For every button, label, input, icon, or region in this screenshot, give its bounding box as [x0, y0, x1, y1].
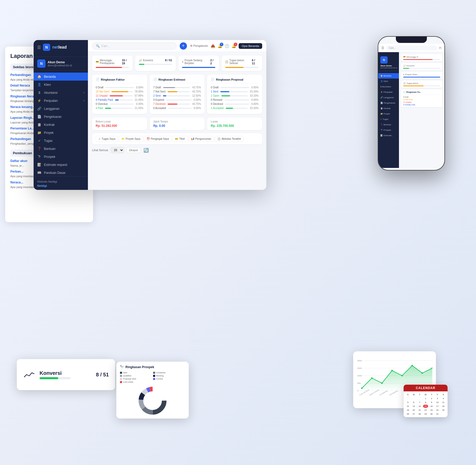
- cal-day-23[interactable]: 23: [429, 408, 434, 412]
- phone-nav-pengeluaran[interactable]: 📄 Pengeluaran: [378, 100, 399, 106]
- cal-day-19[interactable]: 19: [405, 408, 411, 412]
- cal-day-15-today[interactable]: 15: [423, 405, 428, 408]
- fin-value-lunas: Rp. 235.700.500: [211, 124, 259, 128]
- phone-nav-prospek[interactable]: 🔭 Prospek: [378, 127, 399, 133]
- lihat-semua-link[interactable]: Lihat Semua: [92, 149, 108, 152]
- phone-nav-bantuan[interactable]: ❓ Bantuan: [378, 122, 399, 127]
- hamburger-icon[interactable]: ☰: [37, 45, 41, 50]
- tab-aktivitas[interactable]: 📋 Aktivitas Terakhir: [215, 136, 244, 142]
- cal-day-26[interactable]: 26: [405, 412, 411, 416]
- cal-day-20[interactable]: 20: [411, 408, 417, 412]
- bell-icon[interactable]: 🔔3: [232, 44, 236, 48]
- phone-account-block: N Akun Demo demo@netlead.biz.id: [378, 54, 399, 71]
- book-icon: 📖: [37, 171, 41, 175]
- cal-day-31[interactable]: 31: [435, 412, 440, 416]
- cal-day-7[interactable]: 7: [417, 401, 422, 404]
- link-icon: 🔗: [37, 107, 41, 111]
- add-button[interactable]: +: [180, 42, 187, 50]
- share-icon[interactable]: 📤: [211, 44, 215, 48]
- footer-link-netdigi[interactable]: Netdigi: [37, 184, 84, 187]
- phone-expand-icon[interactable]: ⊓: [439, 46, 441, 50]
- sidebar-item-penjualan[interactable]: ⚡Penjualan›: [34, 97, 88, 105]
- sidebar-item-bantuan[interactable]: ❓Bantuan: [34, 145, 88, 153]
- cal-day-17[interactable]: 17: [435, 405, 440, 408]
- refresh-icon[interactable]: 🔄: [143, 148, 149, 153]
- cal-day-header-s2: S: [441, 393, 446, 396]
- phone-nav-penjualan[interactable]: ⚡ Penjualan: [378, 89, 399, 95]
- sidebar-item-langganan[interactable]: 🔗Langganan: [34, 105, 88, 113]
- contract-icon: 📋: [37, 123, 41, 127]
- phone-nav-kontrak[interactable]: 📋 Kontrak: [378, 106, 399, 111]
- svg-point-21: [381, 382, 383, 384]
- stat-card-tugas: 📋 Tugas belum Selesai 6 / 11: [222, 56, 262, 71]
- cal-day-5[interactable]: 5: [405, 401, 411, 404]
- summary-title-proposal: 📄 Ringkasan Proposal: [211, 78, 259, 83]
- phone-nav-tugas[interactable]: ✓ Tugas: [378, 117, 399, 122]
- proposal-row-sent: 1 Sent 33.33%: [211, 90, 259, 93]
- sidebar-item-beranda[interactable]: 🏠Beranda: [34, 73, 88, 81]
- rows-select[interactable]: 25 50: [111, 147, 124, 153]
- phone-menu-icon[interactable]: ☰: [381, 46, 384, 50]
- cal-day-4[interactable]: 4: [441, 397, 446, 400]
- notification-icon[interactable]: 🔔5: [218, 44, 222, 48]
- cal-day-8[interactable]: 8: [423, 401, 428, 404]
- cal-day-18[interactable]: 18: [441, 405, 446, 408]
- folder-icon: 📁: [122, 137, 125, 140]
- cal-day-2[interactable]: 2: [429, 397, 434, 400]
- sidebar-item-kontrak[interactable]: 📋Kontrak: [34, 121, 88, 129]
- search-box[interactable]: 🔍 Cari...: [92, 42, 177, 50]
- cal-day-11[interactable]: 11: [441, 401, 446, 404]
- cal-day-3[interactable]: 3: [435, 397, 440, 400]
- sidebar-account[interactable]: N Akun Demo demo@netlead.biz.id: [34, 57, 88, 71]
- sidebar-item-akuntansi[interactable]: $Akuntansi›: [34, 89, 88, 97]
- sidebar-item-panduan[interactable]: 📖Panduan Dasar: [34, 169, 88, 176]
- cal-day-25[interactable]: 25: [441, 408, 446, 412]
- cal-day-13[interactable]: 13: [411, 405, 417, 408]
- sidebar-item-pengeluaran[interactable]: 📄Pengeluaran: [34, 113, 88, 121]
- cal-day-10[interactable]: 10: [435, 401, 440, 404]
- settings-label[interactable]: ⚙ Pengaturan: [190, 44, 208, 48]
- phone-nav-klien[interactable]: 👤 Klien: [378, 79, 399, 84]
- tab-tugas-saya[interactable]: ✓ Tugas Saya: [96, 136, 118, 142]
- sidebar-item-tugas[interactable]: ✓Tugas: [34, 137, 88, 145]
- financial-card-jatuh-tempo: Jatuh Tempo Rp. 0.00: [150, 118, 205, 130]
- clock-icon[interactable]: 🕐: [225, 44, 229, 48]
- sidebar-item-prospek[interactable]: 🔭Prospek: [34, 153, 88, 161]
- fin-value-belum-lunas: Rp. 51.282.000: [96, 124, 143, 128]
- cal-day-30[interactable]: 30: [429, 412, 434, 416]
- phone-search[interactable]: Cari...: [386, 45, 437, 50]
- phone-nav-beranda[interactable]: 🏠 Beranda: [378, 73, 399, 79]
- tab-proyek-saya[interactable]: 📁 Proyek Saya: [119, 136, 143, 142]
- cal-day-16[interactable]: 16: [429, 405, 434, 408]
- cal-day-header-m: M: [411, 393, 417, 396]
- sidebar-item-proyek[interactable]: 📁Proyek: [34, 129, 88, 137]
- export-button[interactable]: Ekspor: [126, 147, 141, 153]
- cal-day-22[interactable]: 22: [423, 408, 428, 412]
- cal-day-1[interactable]: 1: [423, 397, 428, 400]
- tab-pengumuman[interactable]: 📢 Pengumuman: [188, 136, 214, 142]
- phone-payment-icon: 💳: [403, 56, 406, 58]
- phone-stat-menunggu: 💳 Menunggu P...: [401, 54, 442, 61]
- sidebar-item-klien[interactable]: 👤Klien: [34, 81, 88, 89]
- cal-day-21[interactable]: 21: [417, 408, 422, 412]
- phone-nav-proyek[interactable]: 📁 Proyek: [378, 111, 399, 117]
- cal-day-header-t2: T: [429, 393, 434, 396]
- cal-day-9[interactable]: 9: [429, 401, 434, 404]
- cal-day-24[interactable]: 24: [435, 408, 440, 412]
- cal-day-29[interactable]: 29: [423, 412, 428, 416]
- opsi-beranda-button[interactable]: Opsi Beranda: [239, 43, 262, 49]
- cal-day-6[interactable]: 6: [411, 401, 417, 404]
- legend-working: Working: [153, 375, 185, 377]
- phone-nav-estimate[interactable]: 📝 Estimate...: [378, 133, 399, 138]
- cal-day-14[interactable]: 14: [417, 405, 422, 408]
- footer-link-website[interactable]: Website Netdigi: [37, 179, 84, 184]
- cal-day-28[interactable]: 28: [417, 412, 422, 416]
- cal-day-12[interactable]: 12: [405, 405, 411, 408]
- sidebar-item-estimate[interactable]: 📝Estimate request: [34, 161, 88, 169]
- cal-day-27[interactable]: 27: [411, 412, 417, 416]
- estimasi-row-declined: 7 Declined 43.75%: [153, 103, 201, 105]
- tab-tiket[interactable]: 🎫 Tiket: [172, 136, 187, 142]
- phone-nav-akuntansi[interactable]: $ Akuntansi: [378, 84, 399, 89]
- tab-pengingat[interactable]: ⏰ Pengingat Saya: [144, 136, 172, 142]
- phone-nav-langganan[interactable]: 🔗 Langganan: [378, 95, 399, 100]
